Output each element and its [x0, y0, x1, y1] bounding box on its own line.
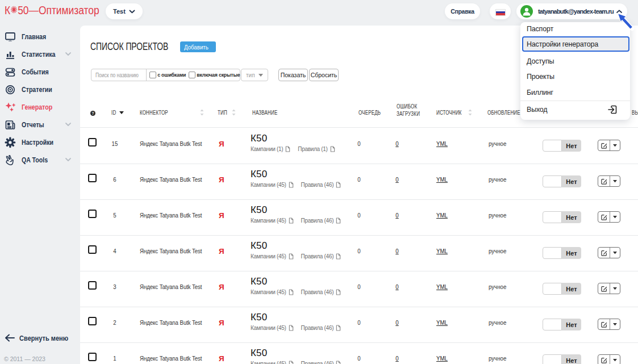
svg-text:?: ? [92, 111, 94, 115]
